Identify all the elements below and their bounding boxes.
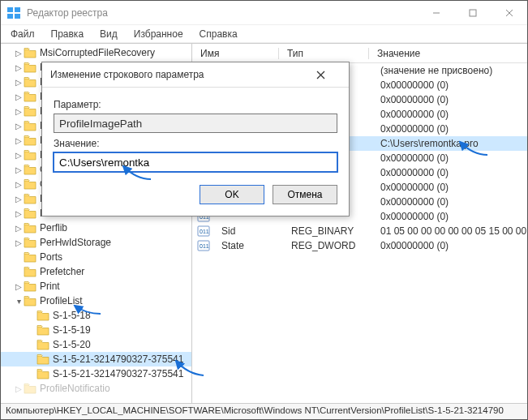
cancel-button[interactable]: Отмена <box>273 185 337 204</box>
dialog-title: Изменение строкового параметра <box>50 69 316 80</box>
expander-icon[interactable]: ▷ <box>14 224 24 233</box>
tree-item-label: Prefetcher <box>40 266 84 277</box>
col-value[interactable]: Значение <box>369 48 527 59</box>
tree-item-label: MsiCorruptedFileRecovery <box>40 47 155 58</box>
tree-item[interactable]: ▷Print <box>1 279 191 294</box>
registry-editor-window: Редактор реестра Файл Правка Вид Избранн… <box>0 0 528 420</box>
ok-button[interactable]: OK <box>200 185 264 204</box>
list-row[interactable]: 011StateREG_DWORD0x00000000 (0) <box>192 238 527 253</box>
tree-item-label: S-1-5-19 <box>53 324 91 336</box>
menu-help[interactable]: Справка <box>193 27 244 41</box>
expander-icon[interactable]: ▷ <box>14 384 24 393</box>
tree-item-label: S-1-5-21-3214790327-375541 <box>53 354 183 365</box>
menu-favorites[interactable]: Избранное <box>127 27 190 41</box>
tree-item[interactable]: Ports <box>1 250 191 264</box>
tree-item[interactable]: S-1-5-18 <box>1 308 191 323</box>
svg-rect-2 <box>7 14 13 19</box>
expander-icon[interactable]: ▷ <box>14 122 24 131</box>
cell-value: 0x00000000 (0) <box>372 240 527 251</box>
cell-value: (значение не присвоено) <box>372 65 527 76</box>
cell-value: 0x00000000 (0) <box>372 211 527 222</box>
expander-icon[interactable]: ▷ <box>14 238 24 247</box>
tree-item-label: ProfileNotificatio <box>40 383 110 394</box>
folder-icon <box>36 339 49 350</box>
svg-text:011: 011 <box>200 243 209 249</box>
folder-icon <box>24 105 36 117</box>
col-name[interactable]: Имя <box>192 48 278 59</box>
folder-icon <box>24 62 36 73</box>
tree-item[interactable]: ▷PerHwIdStorage <box>1 235 191 250</box>
folder-icon <box>24 164 36 175</box>
svg-rect-5 <box>470 10 476 16</box>
cell-value: 0x00000000 (0) <box>372 109 527 120</box>
minimize-button[interactable] <box>418 1 454 24</box>
dialog-titlebar[interactable]: Изменение строкового параметра <box>42 62 349 87</box>
tree-item[interactable]: S-1-5-21-3214790327-375541 <box>1 352 191 366</box>
cell-name: Sid <box>213 225 283 237</box>
expander-icon[interactable]: ▷ <box>14 107 24 116</box>
cell-value: 01 05 00 00 00 00 00 05 15 00 00 00 <box>372 225 527 237</box>
svg-text:011: 011 <box>200 229 209 234</box>
expander-icon[interactable]: ▷ <box>14 151 24 160</box>
tree-item[interactable]: ▷Perflib <box>1 221 191 235</box>
expander-icon[interactable]: ▷ <box>14 282 24 291</box>
folder-icon <box>24 251 36 263</box>
param-label: Параметр: <box>54 99 337 110</box>
tree-item[interactable]: ▷ProfileNotificatio <box>1 381 191 396</box>
expander-icon[interactable]: ▷ <box>14 49 24 58</box>
folder-icon <box>24 120 36 131</box>
window-title: Редактор реестра <box>27 7 418 19</box>
menu-edit[interactable]: Правка <box>45 27 91 41</box>
menu-view[interactable]: Вид <box>93 27 124 41</box>
menu-file[interactable]: Файл <box>4 27 41 41</box>
tree-item-label: S-1-5-21-3214790327-375541 <box>53 368 183 379</box>
expander-icon[interactable]: ▾ <box>14 297 24 306</box>
binary-value-icon: 011 <box>197 240 210 251</box>
param-field <box>54 114 337 133</box>
tree-item-label: Ports <box>40 251 62 263</box>
folder-icon <box>24 383 36 394</box>
cell-value: 0x00000000 (0) <box>372 79 527 91</box>
expander-icon[interactable]: ▷ <box>14 165 24 174</box>
list-header: Имя Тип Значение <box>192 44 527 63</box>
cell-type: REG_DWORD <box>283 240 372 251</box>
menubar: Файл Правка Вид Избранное Справка <box>1 25 527 43</box>
col-type[interactable]: Тип <box>279 48 368 59</box>
folder-icon <box>24 91 36 102</box>
tree-item[interactable]: ▷MsiCorruptedFileRecovery <box>1 45 191 60</box>
cell-value: 0x00000000 (0) <box>372 167 527 178</box>
maximize-button[interactable] <box>454 1 491 24</box>
expander-icon[interactable]: ▷ <box>14 195 24 204</box>
list-row[interactable]: 011SidREG_BINARY01 05 00 00 00 00 00 05 … <box>192 224 527 238</box>
folder-icon <box>24 193 36 204</box>
tree-item-label: Print <box>40 281 60 292</box>
expander-icon[interactable]: ▷ <box>14 180 24 189</box>
expander-icon[interactable]: ▷ <box>14 136 24 145</box>
regedit-icon <box>6 5 22 21</box>
folder-icon <box>36 354 49 365</box>
close-button[interactable] <box>491 1 527 24</box>
binary-value-icon: 011 <box>197 225 210 237</box>
expander-icon[interactable]: ▷ <box>14 63 24 72</box>
dialog-close-icon[interactable] <box>316 71 341 79</box>
folder-icon <box>24 237 36 248</box>
folder-icon <box>36 324 49 336</box>
svg-rect-0 <box>7 7 13 12</box>
statusbar: Компьютер\HKEY_LOCAL_MACHINE\SOFTWARE\Mi… <box>1 403 527 419</box>
value-field[interactable] <box>54 152 337 172</box>
folder-icon <box>24 295 36 306</box>
cell-value: 0x00000000 (0) <box>372 196 527 208</box>
folder-icon <box>24 266 36 277</box>
folder-icon <box>24 208 36 219</box>
expander-icon[interactable]: ▷ <box>14 209 24 218</box>
svg-rect-1 <box>15 7 20 12</box>
tree-item[interactable]: ▾ProfileList <box>1 294 191 308</box>
tree-item[interactable]: S-1-5-20 <box>1 337 191 352</box>
expander-icon[interactable]: ▷ <box>14 92 24 101</box>
expander-icon[interactable]: ▷ <box>14 78 24 87</box>
tree-item[interactable]: S-1-5-21-3214790327-375541 <box>1 366 191 381</box>
tree-item[interactable]: Prefetcher <box>1 264 191 279</box>
cell-value: 0x00000000 (0) <box>372 123 527 135</box>
svg-rect-3 <box>15 14 20 19</box>
tree-item[interactable]: S-1-5-19 <box>1 323 191 337</box>
